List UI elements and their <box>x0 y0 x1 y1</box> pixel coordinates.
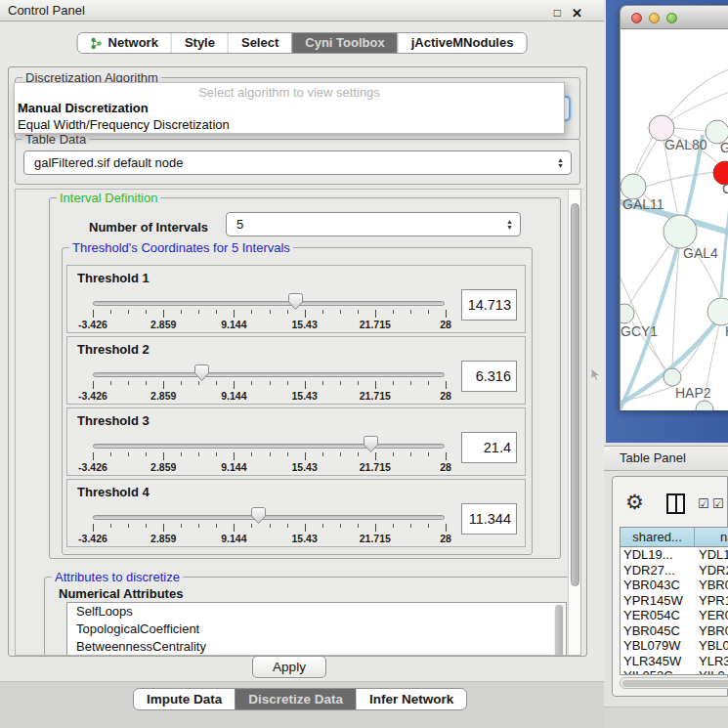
network-edge[interactable] <box>646 172 715 187</box>
network-view-window: GAL80GACGAL11GAL4GCY1HHAP2 <box>620 5 728 410</box>
tick-mark <box>446 452 447 460</box>
apply-button[interactable]: Apply <box>252 656 326 678</box>
threshold-panel-2: Threshold 2-3.4262.8599.14415.4321.71528… <box>66 336 526 405</box>
threshold-label: Threshold 2 <box>77 342 150 357</box>
column-split-icon[interactable] <box>666 493 685 514</box>
tick-label: -3.426 <box>78 461 107 473</box>
table-panel-footer <box>604 697 728 728</box>
attribute-item-selfloops[interactable]: SelfLoops <box>67 603 566 621</box>
right-column: GAL80GACGAL11GAL4GCY1HHAP2 Table Panel ⚙… <box>604 0 728 728</box>
tick-mark <box>251 310 252 314</box>
network-node[interactable] <box>696 401 713 410</box>
threshold-slider-track[interactable] <box>93 372 445 377</box>
threshold-value-field[interactable]: 11.344 <box>461 503 517 535</box>
close-window-button[interactable] <box>631 13 642 23</box>
tick-mark <box>393 452 394 456</box>
tick-mark <box>358 524 359 528</box>
table-horizontal-scrollbar-thumb[interactable] <box>622 680 728 687</box>
settings-scrollbar-thumb[interactable] <box>571 203 579 586</box>
tick-mark <box>234 524 235 532</box>
attribute-item-topologicalcoefficient[interactable]: TopologicalCoefficient <box>67 621 566 638</box>
tab-cyni-toolbox[interactable]: Cyni Toolbox <box>291 33 397 53</box>
table-row[interactable]: YDL19...YDL1 <box>621 547 728 563</box>
tick-mark <box>198 310 199 314</box>
slider-thumb[interactable] <box>193 364 210 382</box>
table-row[interactable]: YBL079WYBL0 <box>621 638 728 654</box>
tab-jactivemnodules[interactable]: jActiveMNodules <box>398 33 527 53</box>
network-edge[interactable] <box>636 139 658 177</box>
tick-mark <box>110 524 111 528</box>
table-row[interactable]: YPR145WYPR1 <box>621 593 728 609</box>
network-node-gcy1[interactable] <box>621 304 634 323</box>
algorithm-option-equal-width-frequency-discretization[interactable]: Equal Width/Frequency Discretization <box>18 117 230 132</box>
column-header-name[interactable]: na <box>695 528 728 546</box>
numerical-attributes-list[interactable]: SelfLoopsTopologicalCoefficientBetweenne… <box>66 602 567 656</box>
network-window-titlebar[interactable] <box>621 6 728 29</box>
tick-label: 9.144 <box>221 390 246 402</box>
table-row[interactable]: YLR345WYLR3 <box>621 654 728 669</box>
tick-mark <box>358 310 359 314</box>
tick-label: 21.715 <box>360 390 391 402</box>
tick-mark <box>305 524 306 532</box>
network-node-gal4[interactable] <box>664 215 697 248</box>
zoom-window-button[interactable] <box>666 13 677 23</box>
network-canvas[interactable]: GAL80GACGAL11GAL4GCY1HHAP2 <box>621 29 728 410</box>
table-horizontal-scrollbar[interactable] <box>620 677 728 689</box>
tab-network[interactable]: Network <box>78 33 171 53</box>
attributes-scrollbar[interactable] <box>554 604 565 656</box>
threshold-slider-track[interactable] <box>93 515 445 520</box>
tick-mark <box>181 452 182 456</box>
network-edge[interactable] <box>674 128 707 131</box>
threshold-value-field[interactable]: 14.713 <box>461 289 517 321</box>
slider-thumb[interactable] <box>363 435 379 453</box>
tick-label: 2.859 <box>150 533 176 544</box>
slider-thumb[interactable] <box>287 292 304 311</box>
tick-mark <box>410 452 411 456</box>
tab-select[interactable]: Select <box>228 33 291 53</box>
tick-mark <box>146 310 147 314</box>
table-row[interactable]: YBR045CYBR0 <box>621 623 728 639</box>
minimize-window-button[interactable] <box>649 13 660 23</box>
settings-scrollbar[interactable] <box>568 190 580 655</box>
tab-label: Discretize Data <box>248 690 343 709</box>
slider-tick-labels: -3.4262.8599.14415.4321.71528 <box>93 461 446 473</box>
network-node-hap2[interactable] <box>664 368 681 386</box>
attribute-item-betweennesscentrality[interactable]: BetweennessCentrality <box>67 638 566 656</box>
tick-label: 28 <box>440 319 451 330</box>
table-row[interactable]: YIL052CYIL0 <box>621 668 728 674</box>
tick-label: 21.715 <box>360 461 391 473</box>
table-data-combobox[interactable]: galFiltered.sif default node ▲▼ <box>23 150 572 175</box>
close-panel-icon[interactable]: ✕ <box>572 3 582 23</box>
table-row[interactable]: YER054CYER0 <box>621 608 728 623</box>
table-row[interactable]: YDR27...YDR2 <box>621 563 728 578</box>
threshold-value-field[interactable]: 6.316 <box>461 361 517 392</box>
bottom-tab-infer-network[interactable]: Infer Network <box>356 689 466 709</box>
algorithm-option-manual-discretization[interactable]: Manual Discretization <box>18 101 149 115</box>
slider-thumb[interactable] <box>250 506 267 525</box>
tick-mark <box>128 381 129 385</box>
network-edge[interactable] <box>671 90 728 120</box>
table-row[interactable]: YBR043CYBR0 <box>621 578 728 593</box>
network-node-h[interactable] <box>707 298 728 325</box>
cell-name: YBR0 <box>695 623 728 639</box>
column-header-shared-name[interactable]: shared... <box>621 528 695 546</box>
threshold-value-field[interactable]: 21.4 <box>461 432 517 463</box>
tick-mark <box>410 524 411 528</box>
threshold-slider-track[interactable] <box>93 301 445 306</box>
threshold-panel-1: Threshold 1-3.4262.8599.14415.4321.71528… <box>66 265 526 333</box>
tab-style[interactable]: Style <box>171 33 228 53</box>
checkbox-icon[interactable]: ☑ <box>698 496 709 511</box>
control-panel-title: Control Panel <box>8 3 85 18</box>
attributes-scrollbar-thumb[interactable] <box>555 605 563 656</box>
threshold-slider-track[interactable] <box>93 444 445 449</box>
tick-mark <box>93 524 94 532</box>
gear-icon[interactable]: ⚙ <box>625 492 644 513</box>
network-icon <box>91 37 103 50</box>
tick-label: 2.859 <box>150 461 176 473</box>
bottom-tab-impute-data[interactable]: Impute Data <box>134 689 235 709</box>
float-window-icon[interactable]: □ <box>554 3 561 23</box>
bottom-tab-discretize-data[interactable]: Discretize Data <box>235 689 356 709</box>
checkbox-icon[interactable]: ☑ <box>712 496 724 511</box>
node-table-body: YDL19...YDL1YDR27...YDR2YBR043CYBR0YPR14… <box>621 547 728 674</box>
number-of-intervals-combobox[interactable]: 5 ▲▼ <box>226 212 521 236</box>
